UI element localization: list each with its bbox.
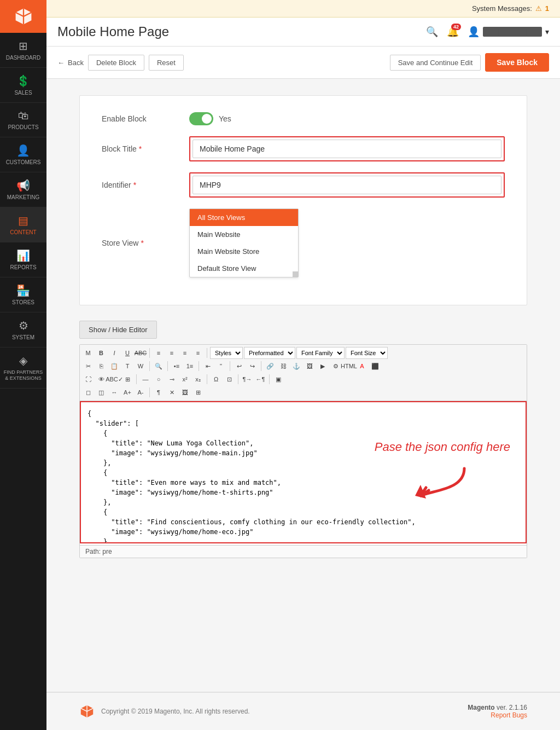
sidebar-item-dashboard[interactable]: ⊞ DASHBOARD — [0, 33, 46, 68]
pagebreak-btn[interactable]: ⊸ — [166, 373, 178, 385]
page-title: Mobile Home Page — [57, 24, 169, 39]
font-family-select[interactable]: Font Family — [296, 347, 345, 359]
store-view-option-1[interactable]: Main Website — [190, 226, 298, 243]
magento-icon-btn[interactable]: M — [82, 347, 94, 359]
outdent-btn[interactable]: ⇤ — [202, 360, 214, 372]
notifications-button[interactable]: 🔔 42 — [447, 26, 459, 38]
blockquote-btn[interactable]: " — [215, 360, 227, 372]
media-btn[interactable]: ▶ — [317, 360, 329, 372]
save-continue-button[interactable]: Save and Continue Edit — [390, 55, 481, 71]
paste-text-btn[interactable]: T — [121, 360, 133, 372]
format-p-btn[interactable]: ¶ — [153, 386, 165, 398]
user-menu[interactable]: 👤 ████████ ▾ — [468, 26, 549, 38]
reset-button[interactable]: Reset — [149, 55, 184, 71]
sidebar-item-sales[interactable]: 💲 SALES — [0, 68, 46, 103]
store-view-option-3[interactable]: Default Store View — [190, 260, 298, 277]
sidebar-logo[interactable] — [0, 0, 46, 33]
required-star-2: * — [133, 181, 136, 189]
stores-icon: 🏪 — [16, 284, 30, 297]
subscript-btn[interactable]: x₂ — [192, 373, 204, 385]
format-select[interactable]: Preformatted — [244, 347, 295, 359]
sidebar-item-reports[interactable]: 📊 REPORTS — [0, 242, 46, 277]
paste-word-btn[interactable]: W — [135, 360, 147, 372]
user-menu-chevron-icon: ▾ — [545, 27, 549, 36]
sidebar-item-find-partners[interactable]: ◈ FIND PARTNERS & EXTENSIONS — [0, 347, 46, 389]
store-view-option-2[interactable]: Main Website Store — [190, 243, 298, 260]
sidebar-item-label: PRODUCTS — [8, 124, 38, 130]
insert-table2-btn[interactable]: ⊞ — [192, 386, 204, 398]
hr-btn[interactable]: — — [139, 373, 151, 385]
html-btn[interactable]: HTML — [343, 360, 355, 372]
strikethrough-button[interactable]: ABC — [135, 347, 147, 359]
sidebar-item-marketing[interactable]: 📢 MARKETING — [0, 172, 46, 207]
nbsp-btn[interactable]: ○ — [153, 373, 165, 385]
align-left-btn[interactable]: ≡ — [153, 347, 165, 359]
font-size-select[interactable]: Font Size — [346, 347, 388, 359]
image-btn[interactable]: 🖼 — [304, 360, 316, 372]
cut-btn[interactable]: ✂ — [82, 360, 94, 372]
font-size-dec-btn[interactable]: A- — [135, 386, 147, 398]
footer-version: ver. 2.1.16 — [497, 704, 527, 711]
store-view-option-0[interactable]: All Store Views — [190, 209, 298, 226]
link-btn[interactable]: 🔗 — [264, 360, 276, 372]
show-hide-editor-button[interactable]: Show / Hide Editor — [79, 321, 157, 339]
resize-btn[interactable]: ↔ — [108, 386, 120, 398]
ol-btn[interactable]: 1≡ — [184, 360, 196, 372]
justify-btn[interactable]: ≡ — [192, 347, 204, 359]
redo-btn[interactable]: ↪ — [246, 360, 258, 372]
superscript-btn[interactable]: x² — [179, 373, 191, 385]
toolbar-sep-7 — [261, 361, 261, 371]
special-char-btn[interactable]: Ω — [210, 373, 222, 385]
font-size-inc-btn[interactable]: A+ — [121, 386, 133, 398]
fullscreen-btn[interactable]: ⛶ — [82, 373, 94, 385]
spellcheck-btn[interactable]: ABC✓ — [108, 373, 120, 385]
back-button[interactable]: ← Back — [57, 59, 84, 67]
save-block-button[interactable]: Save Block — [485, 53, 549, 72]
store-view-resize-handle[interactable] — [293, 271, 298, 277]
form-section: Enable Block Yes Block Title * — [79, 95, 527, 305]
toolbar-sep-6 — [230, 361, 230, 371]
unlink-btn[interactable]: ⛓ — [277, 360, 289, 372]
ul-btn[interactable]: •≡ — [171, 360, 183, 372]
remove-format-btn[interactable]: ✕ — [166, 386, 178, 398]
rtl-btn[interactable]: ←¶ — [254, 373, 266, 385]
report-bugs-link[interactable]: Report Bugs — [491, 711, 527, 719]
styles-select[interactable]: Styles — [210, 347, 243, 359]
font-color-btn[interactable]: A — [356, 360, 368, 372]
select-all-btn[interactable]: ◻ — [82, 386, 94, 398]
search-replace-btn[interactable]: 🔍 — [153, 360, 165, 372]
bold-button[interactable]: B — [95, 347, 107, 359]
sidebar-item-stores[interactable]: 🏪 STORES — [0, 277, 46, 312]
paste-btn[interactable]: 📋 — [108, 360, 120, 372]
table2-btn[interactable]: ⊡ — [223, 373, 235, 385]
search-button[interactable]: 🔍 — [426, 26, 438, 38]
sidebar-item-system[interactable]: ⚙ SYSTEM — [0, 312, 46, 347]
layer-btn[interactable]: ▣ — [272, 373, 284, 385]
visual-ctrl-btn[interactable]: ◫ — [95, 386, 107, 398]
sidebar-item-label: SYSTEM — [12, 334, 34, 340]
undo-btn[interactable]: ↩ — [233, 360, 245, 372]
ltr-btn[interactable]: ¶→ — [241, 373, 253, 385]
anchor-btn[interactable]: ⚓ — [290, 360, 302, 372]
italic-button[interactable]: I — [108, 347, 120, 359]
align-center-btn[interactable]: ≡ — [166, 347, 178, 359]
identifier-row: Identifier * — [102, 172, 505, 198]
bg-color-btn[interactable]: ⬛ — [369, 360, 381, 372]
wysiwyg-toolbar: M B I U ABC ≡ ≡ ≡ ≡ Styles — [80, 345, 527, 401]
sidebar-item-products[interactable]: 🛍 PRODUCTS — [0, 103, 46, 137]
sidebar-item-customers[interactable]: 👤 CUSTOMERS — [0, 137, 46, 172]
delete-block-button[interactable]: Delete Block — [88, 55, 144, 71]
store-view-label: Store View * — [102, 239, 189, 247]
insert-image2-btn[interactable]: 🖼 — [179, 386, 191, 398]
block-title-input[interactable] — [192, 140, 501, 158]
identifier-input[interactable] — [192, 176, 501, 194]
sidebar-item-content[interactable]: ▤ CONTENT — [0, 207, 46, 242]
store-view-dropdown[interactable]: All Store ViewsMain WebsiteMain Website … — [189, 208, 299, 277]
widget-btn[interactable]: ⚙ — [330, 360, 342, 372]
underline-button[interactable]: U — [121, 347, 133, 359]
editor-content: { "slider": [ { "title": "New Luma Yoga … — [80, 401, 527, 545]
enable-block-toggle[interactable] — [189, 112, 213, 125]
align-right-btn[interactable]: ≡ — [179, 347, 191, 359]
copy-btn[interactable]: ⎘ — [95, 360, 107, 372]
table-btn[interactable]: ⊞ — [121, 373, 133, 385]
